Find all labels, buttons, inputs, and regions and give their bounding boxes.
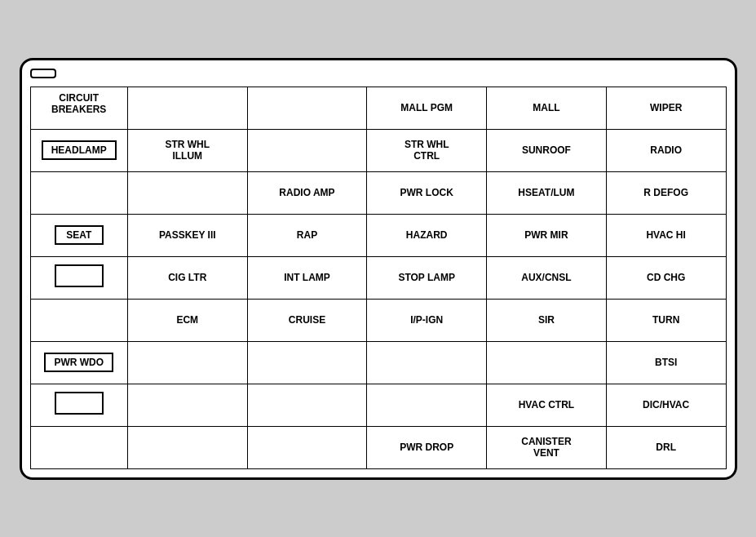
cell-r0-c2 bbox=[247, 87, 367, 129]
cell-r8-c3: PWR DROP bbox=[367, 426, 487, 468]
breaker-box-1: HEADLAMP bbox=[42, 140, 117, 160]
cell-r3-c0: SEAT bbox=[30, 214, 127, 256]
cell-r8-c0 bbox=[30, 426, 127, 468]
cell-r7-c1 bbox=[127, 384, 247, 426]
cell-r1-c3: STR WHLCTRL bbox=[367, 129, 487, 171]
cell-r0-c0: CIRCUITBREAKERS bbox=[30, 87, 127, 129]
cell-r3-c1: PASSKEY III bbox=[127, 214, 247, 256]
breaker-box-6: PWR WDO bbox=[44, 353, 113, 372]
cell-r1-c2 bbox=[247, 129, 367, 171]
breaker-box-empty-7 bbox=[55, 392, 104, 415]
cell-r0-c1 bbox=[127, 87, 247, 129]
cell-r1-c4: SUNROOF bbox=[487, 129, 607, 171]
circuit-breakers-label: CIRCUITBREAKERS bbox=[33, 92, 126, 116]
cell-r7-c2 bbox=[247, 384, 367, 426]
cell-r3-c3: HAZARD bbox=[367, 214, 487, 256]
cell-r7-c5: DIC/HVAC bbox=[606, 384, 726, 426]
cell-r8-c4: CANISTERVENT bbox=[487, 426, 607, 468]
cell-r1-c5: RADIO bbox=[606, 129, 726, 171]
cell-r8-c5: DRL bbox=[606, 426, 726, 468]
cell-r4-c3: STOP LAMP bbox=[367, 256, 487, 299]
cell-r8-c1 bbox=[127, 426, 247, 468]
cell-r4-c0 bbox=[30, 256, 127, 299]
cell-r6-c2 bbox=[247, 341, 367, 384]
cell-r5-c4: SIR bbox=[487, 299, 607, 341]
cell-r5-c3: I/P-IGN bbox=[367, 299, 487, 341]
cell-r3-c2: RAP bbox=[247, 214, 367, 256]
cell-r2-c5: R DEFOG bbox=[606, 171, 726, 214]
cell-r5-c1: ECM bbox=[127, 299, 247, 341]
cell-r5-c2: CRUISE bbox=[247, 299, 367, 341]
cell-r6-c4 bbox=[487, 341, 607, 384]
cell-r1-c0: HEADLAMP bbox=[30, 129, 127, 171]
breaker-box-empty-4 bbox=[55, 264, 104, 287]
cell-r5-c5: TURN bbox=[606, 299, 726, 341]
cell-r7-c4: HVAC CTRL bbox=[487, 384, 607, 426]
cell-r2-c1 bbox=[127, 171, 247, 214]
cell-r1-c1: STR WHLILLUM bbox=[127, 129, 247, 171]
cell-r3-c5: HVAC HI bbox=[606, 214, 726, 256]
cell-r2-c3: PWR LOCK bbox=[367, 171, 487, 214]
cell-r4-c2: INT LAMP bbox=[247, 256, 367, 299]
breaker-box-3: SEAT bbox=[55, 225, 104, 245]
chart-title bbox=[30, 69, 56, 78]
cell-r4-c1: CIG LTR bbox=[127, 256, 247, 299]
cell-r0-c5: WIPER bbox=[606, 87, 726, 129]
cell-r0-c3: MALL PGM bbox=[367, 87, 487, 129]
chart-container: CIRCUITBREAKERSMALL PGMMALLWIPERHEADLAMP… bbox=[20, 58, 737, 480]
cell-r4-c4: AUX/CNSL bbox=[487, 256, 607, 299]
cell-r7-c0 bbox=[30, 384, 127, 426]
cell-r2-c2: RADIO AMP bbox=[247, 171, 367, 214]
cell-r0-c4: MALL bbox=[487, 87, 607, 129]
cell-r5-c0 bbox=[30, 299, 127, 341]
cell-r4-c5: CD CHG bbox=[606, 256, 726, 299]
cell-r2-c0 bbox=[30, 171, 127, 214]
cell-r8-c2 bbox=[247, 426, 367, 468]
cell-r6-c3 bbox=[367, 341, 487, 384]
cell-r6-c0: PWR WDO bbox=[30, 341, 127, 384]
cell-r6-c5: BTSI bbox=[606, 341, 726, 384]
cell-r2-c4: HSEAT/LUM bbox=[487, 171, 607, 214]
cell-r7-c3 bbox=[367, 384, 487, 426]
cell-r6-c1 bbox=[127, 341, 247, 384]
cell-r3-c4: PWR MIR bbox=[487, 214, 607, 256]
fuse-table: CIRCUITBREAKERSMALL PGMMALLWIPERHEADLAMP… bbox=[30, 87, 727, 469]
